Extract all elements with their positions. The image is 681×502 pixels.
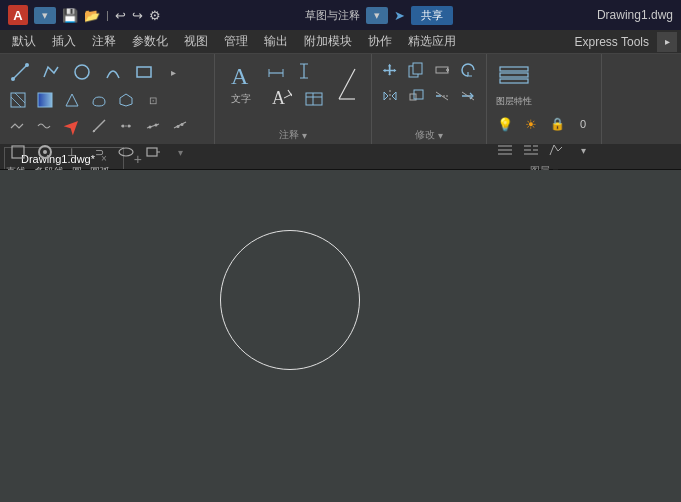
layer-stripe2[interactable] [519,138,543,162]
square-icon [10,144,26,160]
modify-content [378,58,480,126]
line-icon [11,63,29,81]
more-bottom[interactable]: ▾ [168,140,192,164]
menu-overflow[interactable]: ▸ [657,32,677,52]
point-tool[interactable] [114,114,138,138]
dim-linear-icon [266,61,286,81]
poly-tool[interactable] [141,140,165,164]
arc-tool[interactable] [99,58,127,86]
hatch-tool[interactable] [6,88,30,112]
layer-properties-tool[interactable]: 图层特性 [493,58,535,110]
rectangle-tool[interactable] [130,58,158,86]
ann-row1 [263,58,327,84]
svg-rect-8 [38,93,52,107]
menu-default[interactable]: 默认 [4,30,44,53]
layer-bulb[interactable]: 💡 [493,112,517,136]
settings-icon[interactable]: ⚙ [149,8,161,23]
menu-annotation[interactable]: 注释 [84,30,124,53]
leader-tool[interactable] [329,58,365,110]
trim-icon [434,88,450,104]
menu-express-tools[interactable]: Express Tools [567,32,657,52]
undo-icon[interactable]: ↩ [115,8,126,23]
quick-save-icon[interactable]: 💾 [62,8,78,23]
app-icon[interactable]: A [8,5,28,25]
menu-output[interactable]: 输出 [256,30,296,53]
wipe-tool[interactable]: ⊃ [87,140,111,164]
cloud-tool[interactable] [87,88,111,112]
more-draw-tools[interactable]: ▸ [161,60,185,84]
draw-col1: ▸ [6,58,192,164]
menu-bar: 默认 插入 注释 参数化 视图 管理 输出 附加模块 协作 精选应用 Expre… [0,30,681,54]
copy-tool[interactable] [404,58,428,82]
extend-icon [460,88,476,104]
menu-insert[interactable]: 插入 [44,30,84,53]
redo-icon[interactable]: ↪ [132,8,143,23]
zigzag2-tool[interactable] [33,114,57,138]
svg-rect-5 [11,93,25,107]
svg-rect-21 [12,146,24,158]
scale-tool[interactable] [404,84,428,108]
layer-stripe3[interactable] [545,138,569,162]
text-label: 文字 [231,92,251,106]
zigzag1-tool[interactable] [6,114,30,138]
gradient-tool[interactable] [33,88,57,112]
annotation-label[interactable]: 注释 ▾ [221,128,365,142]
oval-tool[interactable] [114,140,138,164]
title-btn-1[interactable]: ▾ [34,7,56,24]
modify-label[interactable]: 修改 ▾ [378,128,480,142]
wipeout-tool[interactable]: ⊡ [141,88,165,112]
trim-tool[interactable] [430,84,454,108]
square-tool[interactable] [6,140,30,164]
svg-point-3 [75,65,89,79]
rotate-tool[interactable] [456,58,480,82]
draw-group-content: ▸ [6,58,208,164]
align-tool[interactable]: ⊥ [60,140,84,164]
layer-content: 图层特性 💡 ☀ 🔒 0 [493,58,595,162]
svg-line-0 [13,65,27,79]
svg-rect-37 [306,93,322,105]
polyline-tool[interactable] [37,58,65,86]
boundary-tool[interactable] [60,88,84,112]
stretch-tool[interactable] [430,58,454,82]
dim-linear-tool[interactable] [263,58,289,84]
extend-tool[interactable] [456,84,480,108]
table-tool[interactable] [301,86,327,112]
zigzag1-icon [10,118,26,134]
line-tool[interactable] [6,58,34,86]
menu-parametric[interactable]: 参数化 [124,30,176,53]
measure-tool[interactable] [168,114,192,138]
mirror-tool[interactable] [378,84,402,108]
pencil-tool[interactable] [87,114,111,138]
menu-addons[interactable]: 附加模块 [296,30,360,53]
workspace-dropdown[interactable]: ▾ [366,7,388,24]
layer-stripe1[interactable] [493,138,517,162]
svg-rect-43 [413,63,422,74]
menu-featured[interactable]: 精选应用 [400,30,464,53]
drawing-area[interactable] [0,170,681,502]
divide-tool[interactable] [141,114,165,138]
text-tool[interactable]: A 文字 [221,58,261,110]
menu-collab[interactable]: 协作 [360,30,400,53]
region-tool[interactable] [114,88,138,112]
copy-icon [408,62,424,78]
move-tool[interactable] [378,58,402,82]
layer-right: 💡 ☀ 🔒 0 [493,112,595,162]
menu-view[interactable]: 视图 [176,30,216,53]
svg-point-1 [11,77,15,81]
hatch-icon [10,92,26,108]
annotation-main-tool[interactable]: A [263,86,299,112]
gradient-icon [37,92,53,108]
layer-sun[interactable]: ☀ [519,112,543,136]
pencil-icon [91,118,107,134]
donut-tool[interactable] [33,140,57,164]
share-button[interactable]: 共享 [411,6,453,25]
oval-icon [118,144,134,160]
layer-chevron-down[interactable]: ▾ [571,138,595,162]
send-icon[interactable]: ➤ [394,8,405,23]
dim-ext-tool[interactable] [291,58,317,84]
layer-stripe1-icon [497,142,513,158]
quick-open-icon[interactable]: 📂 [84,8,100,23]
layer-lock[interactable]: 🔒 [545,112,569,136]
menu-manage[interactable]: 管理 [216,30,256,53]
circle-tool[interactable] [68,58,96,86]
